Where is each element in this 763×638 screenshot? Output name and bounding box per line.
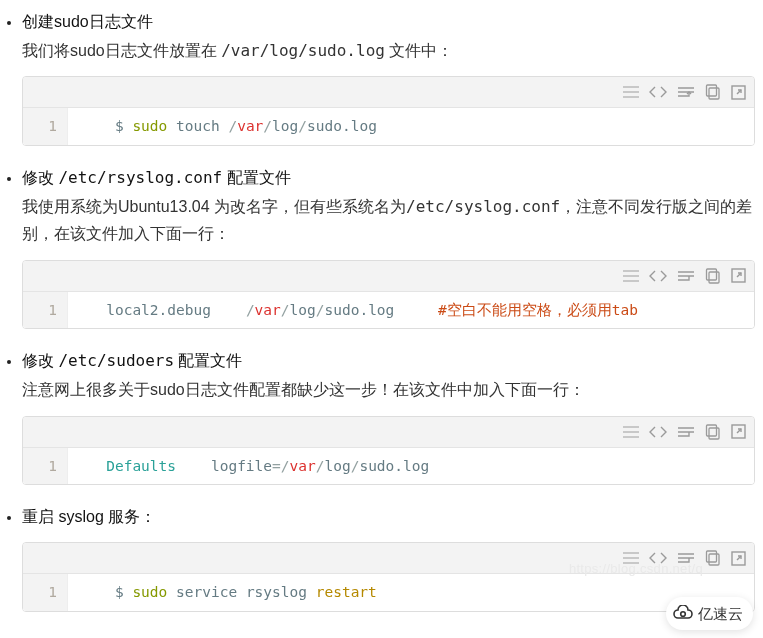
line-number: 1 [23, 448, 68, 485]
brand-text: 亿速云 [698, 601, 743, 627]
section-body: 我使用系统为Ubuntu13.04 为改名字，但有些系统名为/etc/syslo… [22, 193, 755, 247]
code-block: 1 Defaults logfile=/var/log/sudo.log [22, 416, 755, 486]
list-icon[interactable] [623, 270, 639, 282]
path-text: /var/log/sudo.log [221, 41, 385, 60]
wrap-icon[interactable] [677, 269, 695, 283]
path-text: /etc/rsyslog.conf [58, 168, 222, 187]
path-text: /etc/sudoers [58, 351, 174, 370]
code-icon[interactable] [649, 85, 667, 99]
article-list: 创建sudo日志文件 我们将sudo日志文件放置在 /var/log/sudo.… [0, 8, 755, 612]
line-number: 1 [23, 108, 68, 145]
section-body: 注意网上很多关于sudo日志文件配置都缺少这一步！在该文件中加入下面一行： [22, 376, 755, 403]
section-title: 创建sudo日志文件 [22, 8, 755, 35]
code-toolbar [23, 77, 754, 108]
svg-rect-3 [707, 85, 717, 96]
svg-rect-18 [707, 551, 717, 562]
code-line: local2.debug /var/log/sudo.log #空白不能用空格，… [68, 292, 650, 329]
source-url-watermark: https://blog.csdn.net/q [569, 558, 703, 580]
code-icon[interactable] [649, 425, 667, 439]
expand-icon[interactable] [731, 551, 746, 566]
wrap-icon[interactable] [677, 85, 695, 99]
code-body: 1 $ sudo touch /var/log/sudo.log [23, 108, 754, 145]
code-line: Defaults logfile=/var/log/sudo.log [68, 448, 441, 485]
section-sudoers: 修改 /etc/sudoers 配置文件 注意网上很多关于sudo日志文件配置都… [22, 347, 755, 485]
code-body: 1 local2.debug /var/log/sudo.log #空白不能用空… [23, 292, 754, 329]
expand-icon[interactable] [731, 424, 746, 439]
section-create-log: 创建sudo日志文件 我们将sudo日志文件放置在 /var/log/sudo.… [22, 8, 755, 146]
svg-rect-8 [707, 269, 717, 280]
expand-icon[interactable] [731, 268, 746, 283]
wrap-icon[interactable] [677, 425, 695, 439]
code-block: 1 $ sudo touch /var/log/sudo.log [22, 76, 755, 146]
svg-rect-17 [709, 554, 719, 565]
code-line: $ sudo service rsyslog restart [68, 574, 389, 611]
svg-rect-12 [709, 428, 719, 439]
brand-watermark: 亿速云 [666, 597, 753, 631]
section-body: 我们将sudo日志文件放置在 /var/log/sudo.log 文件中： [22, 37, 755, 64]
cloud-icon [672, 605, 694, 621]
code-toolbar [23, 417, 754, 448]
copy-icon[interactable] [705, 268, 721, 284]
copy-icon[interactable] [705, 84, 721, 100]
svg-point-20 [681, 612, 686, 617]
list-icon[interactable] [623, 426, 639, 438]
list-icon[interactable] [623, 86, 639, 98]
section-title: 修改 /etc/rsyslog.conf 配置文件 [22, 164, 755, 191]
code-toolbar [23, 261, 754, 292]
code-line: $ sudo touch /var/log/sudo.log [68, 108, 389, 145]
code-block: 1 local2.debug /var/log/sudo.log #空白不能用空… [22, 260, 755, 330]
line-number: 1 [23, 292, 68, 329]
code-icon[interactable] [649, 269, 667, 283]
section-title: 修改 /etc/sudoers 配置文件 [22, 347, 755, 374]
svg-rect-13 [707, 425, 717, 436]
svg-rect-7 [709, 272, 719, 283]
line-number: 1 [23, 574, 68, 611]
copy-icon[interactable] [705, 550, 721, 566]
expand-icon[interactable] [731, 85, 746, 100]
code-body: 1 Defaults logfile=/var/log/sudo.log [23, 448, 754, 485]
section-rsyslog: 修改 /etc/rsyslog.conf 配置文件 我使用系统为Ubuntu13… [22, 164, 755, 329]
copy-icon[interactable] [705, 424, 721, 440]
section-title: 重启 syslog 服务： [22, 503, 755, 530]
path-text: /etc/syslog.conf [406, 197, 560, 216]
svg-rect-2 [709, 88, 719, 99]
